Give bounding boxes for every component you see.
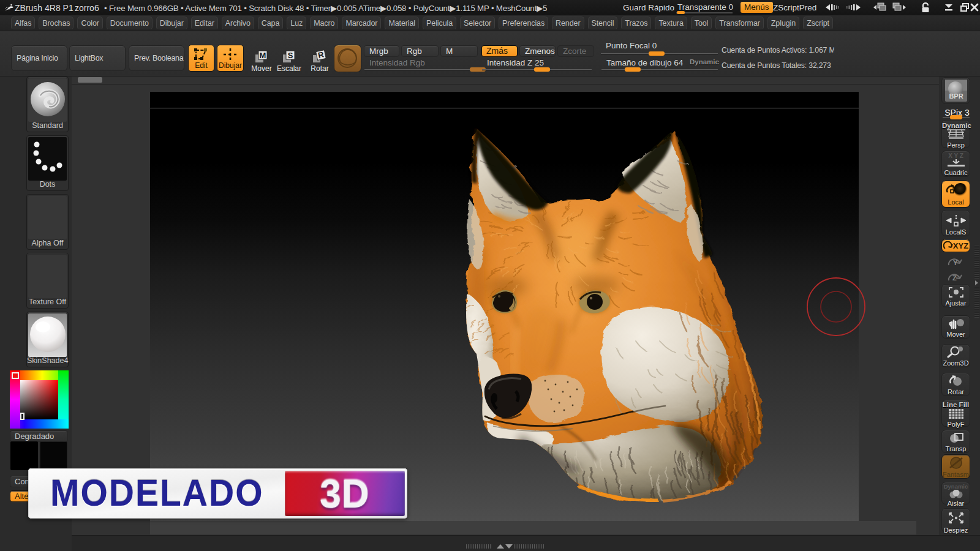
menu-capa[interactable]: Capa (258, 17, 283, 30)
persp-button[interactable]: Dynamic Persp (941, 120, 970, 148)
slider-handle[interactable] (534, 67, 550, 72)
zcut-button[interactable]: Zcorte (557, 45, 594, 57)
local-button[interactable]: Local (941, 180, 970, 208)
m-button[interactable]: M (440, 45, 478, 57)
draw-button[interactable]: Dibujar (217, 45, 244, 72)
menus-button[interactable]: Menús (741, 2, 773, 13)
menu-alfas[interactable]: Alfas (11, 17, 35, 30)
divider-arrow[interactable] (975, 280, 978, 285)
current-color-swatch[interactable] (12, 372, 19, 379)
isolate-button[interactable]: Dynamic Aislar (941, 482, 970, 504)
menu-marcador[interactable]: Marcador (342, 17, 381, 30)
ghost-button[interactable]: Fantasm (941, 454, 970, 479)
menu-selector[interactable]: Selector (460, 17, 495, 30)
menu-material[interactable]: Material (385, 17, 419, 30)
zscriptpred-label[interactable]: ZScriptPred (773, 3, 816, 12)
mrgb-button[interactable]: Mrgb (364, 45, 399, 57)
gradient-button[interactable]: Degradado (10, 430, 68, 442)
brush-selector[interactable]: Standard (26, 77, 69, 132)
menu-editar[interactable]: Editar (191, 17, 218, 30)
rotate-view-button[interactable]: Rotar (941, 373, 970, 396)
zadd-button[interactable]: Zmás (481, 45, 518, 57)
edit-button[interactable]: Edit (188, 45, 214, 72)
zoom3d-button[interactable]: Zoom3D (941, 344, 970, 367)
draw-size-dynamic-label[interactable]: Dynamic (690, 58, 719, 66)
tray-handle-tab[interactable] (78, 77, 102, 83)
menu-textura[interactable]: Textura (655, 17, 687, 30)
menu-tool[interactable]: Tool (691, 17, 712, 30)
boolean-preview-button[interactable]: Prev. Booleana (129, 45, 184, 71)
material-sphere-icon (334, 45, 361, 72)
rotate-button[interactable]: R Rotar (301, 50, 338, 73)
minimize-icon[interactable] (943, 1, 954, 13)
z-intensity-slider[interactable]: Intensidad Z 25 (482, 59, 592, 72)
prev-layout-icon[interactable] (870, 1, 888, 13)
bottom-divider[interactable] (466, 544, 546, 549)
bpr-render-button[interactable]: BPR (941, 77, 970, 104)
transparent-slider[interactable] (676, 12, 733, 13)
pan-button[interactable]: Mover (941, 315, 970, 339)
focal-shift-slider[interactable]: Punto Focal 0 (601, 43, 718, 56)
shrink-ui-icon[interactable] (825, 1, 842, 13)
slider-handle[interactable] (625, 67, 641, 72)
menu-stencil[interactable]: Stencil (588, 17, 618, 30)
close-icon[interactable] (970, 1, 979, 13)
saturation-value-square[interactable] (20, 380, 58, 419)
home-page-button[interactable]: Página Inicio (11, 45, 67, 71)
right-tray: BPR SPix 3 Dynamic Persp X Y Z (939, 77, 980, 551)
material-selector[interactable]: SkinShade4 (26, 312, 69, 367)
slider-handle[interactable] (950, 115, 962, 119)
fox-model[interactable] (150, 92, 859, 521)
divider-arrow[interactable] (505, 544, 513, 549)
slider-handle[interactable] (649, 51, 665, 56)
current-material-button[interactable] (334, 45, 361, 72)
rotate-z-icon[interactable]: Z (945, 271, 963, 285)
stroke-selector[interactable]: Dots (26, 135, 69, 191)
transparent-slider-label[interactable]: Transparente 0 (677, 2, 733, 12)
menu-zplugin[interactable]: Zplugin (767, 17, 799, 30)
menu-zscript[interactable]: Zscript (803, 17, 833, 30)
zsub-button[interactable]: Zmenos (519, 45, 556, 57)
rgb-intensity-slider[interactable]: Intensidad Rgb (364, 59, 478, 72)
secondary-color-swatch[interactable] (40, 441, 67, 470)
quick-save-button[interactable]: Guard Rápido (623, 3, 674, 12)
menu-documento[interactable]: Documento (107, 17, 153, 30)
right-divider[interactable] (974, 77, 980, 551)
lock-icon[interactable] (920, 1, 931, 13)
main-color-swatch[interactable] (10, 441, 38, 470)
divider-arrow[interactable] (497, 544, 504, 549)
menu-pelicula[interactable]: Pelicula (423, 17, 456, 30)
menu-luz[interactable]: Luz (287, 17, 306, 30)
rotate-icon: R (312, 50, 328, 64)
divider-hatch (974, 245, 979, 279)
menu-brochas[interactable]: Brochas (39, 17, 74, 30)
menu-trazos[interactable]: Trazos (621, 17, 651, 30)
transparent-slider-handle[interactable] (677, 11, 685, 14)
label: Local (942, 198, 970, 206)
menu-dibujar[interactable]: Dibujar (156, 17, 187, 30)
color-picker[interactable] (10, 370, 69, 429)
exploded-view-button[interactable]: Despiez (941, 508, 970, 533)
rgb-button[interactable]: Rgb (401, 45, 439, 57)
menu-macro[interactable]: Macro (310, 17, 338, 30)
spix-slider[interactable] (943, 117, 970, 118)
texture-selector[interactable]: Texture Off (26, 253, 69, 309)
locals-button[interactable]: LocalS (941, 210, 970, 236)
restore-icon[interactable] (959, 1, 970, 13)
rotate-xyz-button[interactable]: XYZ (941, 239, 970, 252)
menu-archivo[interactable]: Archivo (222, 17, 254, 30)
fit-button[interactable]: Ajustar (941, 284, 970, 307)
menu-color[interactable]: Color (77, 17, 102, 30)
alpha-selector[interactable]: Alpha Off (26, 194, 69, 250)
next-layout-icon[interactable] (891, 1, 910, 13)
document-viewport[interactable] (150, 92, 859, 521)
grow-ui-icon[interactable] (844, 1, 861, 13)
floor-button[interactable]: X Y Z Cuadric (941, 151, 970, 177)
menu-preferencias[interactable]: Preferencias (499, 17, 548, 30)
rotate-y-icon[interactable]: Y (945, 255, 963, 270)
menu-render[interactable]: Render (552, 17, 584, 30)
menu-transformar[interactable]: Transformar (715, 17, 764, 30)
lightbox-button[interactable]: LightBox (69, 45, 126, 71)
polyframe-button[interactable]: Line Fill PolyF (941, 400, 970, 427)
transparency-button[interactable]: Transp (941, 430, 970, 453)
